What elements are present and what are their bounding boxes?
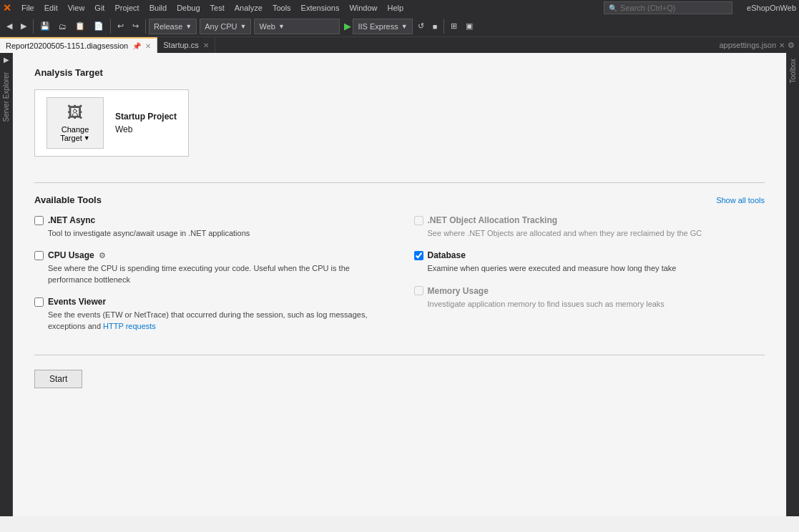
toolbar-extra-1[interactable]: ⊞ xyxy=(447,18,461,35)
tool-net-async: .NET Async Tool to investigate async/awa… xyxy=(34,215,386,239)
show-all-tools-link[interactable]: Show all tools xyxy=(716,196,765,205)
config-dropdown-arrow: ▼ xyxy=(185,23,192,30)
configuration-dropdown[interactable]: Release ▼ xyxy=(149,19,197,34)
tool-cpu-usage: CPU Usage ⚙ See where the CPU is spendin… xyxy=(34,250,386,285)
tool-database-name: Database xyxy=(428,250,466,260)
tool-cpu-usage-name: CPU Usage xyxy=(48,250,94,260)
save-all-button[interactable]: 🗂 xyxy=(55,18,70,35)
right-side-panel: Toolbox xyxy=(786,53,799,516)
project-label: Web xyxy=(259,22,275,31)
toolbar-btn-3[interactable]: 📋 xyxy=(72,18,89,35)
menu-view[interactable]: View xyxy=(64,2,89,14)
change-target-arrow-icon: ▼ xyxy=(84,134,90,142)
tool-events-viewer: Events Viewer See the events (ETW or Net… xyxy=(34,297,386,332)
redo-button[interactable]: ↪ xyxy=(129,18,142,35)
toolbar-extra-2[interactable]: ▣ xyxy=(462,18,476,35)
tab-startup-cs[interactable]: Startup.cs ✕ xyxy=(157,37,215,53)
tool-database-desc: Examine when queries were executed and m… xyxy=(428,263,765,274)
menu-tools[interactable]: Tools xyxy=(268,2,295,14)
run-dropdown[interactable]: IIS Express ▼ xyxy=(353,19,412,34)
tool-net-object-alloc-desc: See where .NET Objects are allocated and… xyxy=(428,228,765,239)
tools-col-right: .NET Object Allocation Tracking See wher… xyxy=(414,215,765,343)
undo-button[interactable]: ↩ xyxy=(114,18,127,35)
tool-net-object-alloc-name: .NET Object Allocation Tracking xyxy=(428,215,558,225)
user-label: eShopOnWeb xyxy=(747,4,796,12)
tools-grid: .NET Async Tool to investigate async/awa… xyxy=(34,215,765,343)
menu-git[interactable]: Git xyxy=(90,2,109,14)
tool-net-object-alloc: .NET Object Allocation Tracking See wher… xyxy=(414,215,765,239)
http-requests-link[interactable]: HTTP requests xyxy=(103,322,156,330)
analysis-target-box: 🖼 Change Target ▼ Startup Project Web xyxy=(34,89,189,157)
tool-memory-usage-desc: Investigate application memory to find i… xyxy=(428,299,765,310)
tool-net-async-desc: Tool to investigate async/await usage in… xyxy=(48,228,386,239)
run-label: IIS Express xyxy=(358,22,398,31)
change-target-button[interactable]: 🖼 Change Target ▼ xyxy=(46,97,104,149)
tools-col-left: .NET Async Tool to investigate async/awa… xyxy=(34,215,386,343)
server-explorer-label[interactable]: Server Explorer xyxy=(1,66,11,127)
save-button[interactable]: 💾 xyxy=(36,18,54,35)
tool-database-checkbox[interactable] xyxy=(414,251,423,260)
separator-1 xyxy=(33,19,34,34)
tool-net-object-alloc-checkbox[interactable] xyxy=(414,216,423,225)
tool-events-viewer-name: Events Viewer xyxy=(48,297,106,307)
menu-extensions[interactable]: Extensions xyxy=(297,2,344,14)
separator-3 xyxy=(145,19,146,34)
menu-debug[interactable]: Debug xyxy=(172,2,204,14)
back-button[interactable]: ◀ xyxy=(3,18,16,35)
tab-right-area: appsettings.json ✕ ⚙ xyxy=(715,37,800,53)
tab-diagsession-label: Report20200505-1151.diagsession xyxy=(6,41,128,50)
menu-edit[interactable]: Edit xyxy=(40,2,62,14)
cpu-usage-gear-icon[interactable]: ⚙ xyxy=(99,251,106,260)
tab-close-startup[interactable]: ✕ xyxy=(203,41,209,49)
separator-2 xyxy=(110,19,111,34)
available-tools-section: Available Tools Show all tools .NET Asyn… xyxy=(34,194,765,343)
tool-net-async-name: .NET Async xyxy=(48,215,95,225)
tool-cpu-usage-desc: See where the CPU is spending time execu… xyxy=(48,263,386,285)
menu-help[interactable]: Help xyxy=(383,2,408,14)
toolbox-label[interactable]: Toolbox xyxy=(788,53,798,89)
tool-memory-usage-checkbox[interactable] xyxy=(414,286,423,295)
divider-1 xyxy=(34,182,765,183)
platform-dropdown[interactable]: Any CPU ▼ xyxy=(200,19,251,34)
stop-button[interactable]: ■ xyxy=(429,18,441,35)
configuration-label: Release xyxy=(154,22,182,31)
startup-project-info: Startup Project Web xyxy=(115,112,177,134)
menu-window[interactable]: Window xyxy=(345,2,381,14)
tab-right-label: appsettings.json xyxy=(720,41,777,49)
tab-right-close[interactable]: ✕ xyxy=(779,41,785,49)
tool-memory-usage: Memory Usage Investigate application mem… xyxy=(414,286,765,310)
analysis-target-title: Analysis Target xyxy=(34,67,765,78)
menu-file[interactable]: File xyxy=(17,2,39,14)
start-section: Start xyxy=(34,370,765,388)
project-dropdown[interactable]: Web ▼ xyxy=(254,19,340,34)
menu-project[interactable]: Project xyxy=(110,2,143,14)
tab-close-diagsession[interactable]: ✕ xyxy=(145,42,151,50)
tool-cpu-usage-checkbox[interactable] xyxy=(34,251,44,260)
tool-net-async-checkbox[interactable] xyxy=(34,216,44,225)
tools-header: Available Tools Show all tools xyxy=(34,194,765,205)
change-target-label: Change xyxy=(62,125,89,134)
run-dropdown-arrow: ▼ xyxy=(401,23,408,30)
refresh-button[interactable]: ↺ xyxy=(414,18,428,35)
tool-database: Database Examine when queries were execu… xyxy=(414,250,765,274)
separator-4 xyxy=(443,19,444,34)
menu-build[interactable]: Build xyxy=(145,2,171,14)
platform-dropdown-arrow: ▼ xyxy=(240,23,247,30)
content-area: Analysis Target 🖼 Change Target ▼ Startu… xyxy=(13,53,786,516)
tab-diagsession[interactable]: Report20200505-1151.diagsession 📌 ✕ xyxy=(0,37,157,53)
tab-right-gear[interactable]: ⚙ xyxy=(788,41,795,50)
toolbar-btn-4[interactable]: 📄 xyxy=(90,18,107,35)
menu-test[interactable]: Test xyxy=(206,2,229,14)
start-button[interactable]: Start xyxy=(34,370,82,388)
search-icon: 🔍 xyxy=(609,4,617,12)
forward-button[interactable]: ▶ xyxy=(17,18,30,35)
tool-events-viewer-checkbox[interactable] xyxy=(34,297,44,307)
platform-label: Any CPU xyxy=(205,22,237,31)
search-input[interactable] xyxy=(620,4,727,12)
tab-pin-icon[interactable]: 📌 xyxy=(132,42,141,50)
change-target-icon: 🖼 xyxy=(67,104,83,122)
vs-logo: ✕ xyxy=(3,2,11,14)
expand-arrow[interactable]: ▶ xyxy=(4,53,9,66)
divider-2 xyxy=(34,355,765,355)
menu-analyze[interactable]: Analyze xyxy=(230,2,267,14)
